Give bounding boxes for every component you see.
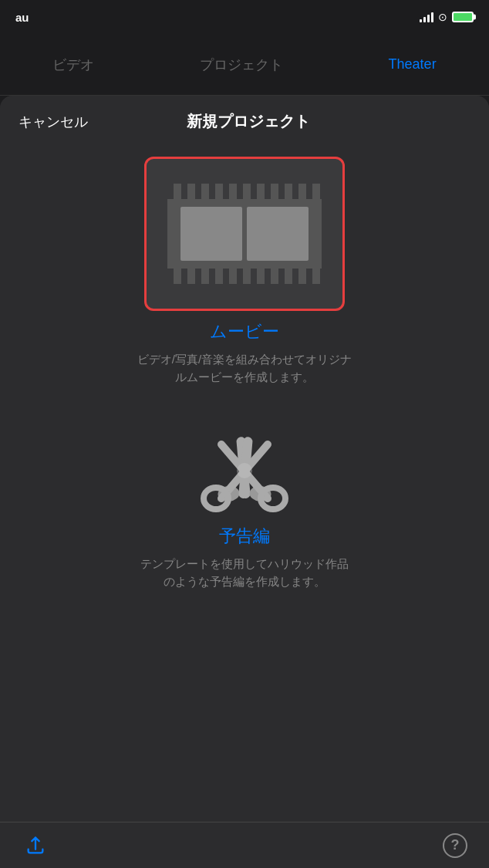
bottom-bar: ? [0,822,489,868]
export-icon [25,835,46,856]
status-right: ⊙ [420,11,474,23]
movie-description: ビデオ/写真/音楽を組み合わせてオリジナルムービーを作成します。 [137,351,352,386]
film-frame-left [180,207,242,261]
trailer-option[interactable]: 予告編 テンプレートを使用してハリウッド作品のような予告編を作成します。 [0,398,489,606]
status-bar: au ⊙ [0,0,489,34]
wifi-icon: ⊙ [438,11,447,23]
tab-video[interactable]: ビデオ [37,48,110,82]
trailer-description: テンプレートを使用してハリウッド作品のような予告編を作成します。 [137,556,352,590]
modal-title: 新規プロジェクト [187,111,310,132]
movie-card[interactable] [144,157,345,311]
tab-bar: ビデオ プロジェクト Theater [0,34,489,96]
signal-icon [420,12,433,22]
tab-theater[interactable]: Theater [373,49,452,80]
movie-option[interactable]: ムービー ビデオ/写真/音楽を組み合わせてオリジナルムービーを作成します。 [0,144,489,398]
film-frame-right [247,207,309,261]
carrier-label: au [15,11,29,24]
movie-label[interactable]: ムービー [210,320,279,343]
svg-point-8 [237,463,252,478]
battery-icon [452,12,474,22]
cancel-button[interactable]: キャンセル [19,113,88,131]
trailer-label[interactable]: 予告編 [219,525,270,548]
film-strip-icon [167,184,322,284]
tab-projects[interactable]: プロジェクト [184,48,298,82]
help-button[interactable]: ? [443,833,467,858]
film-frames [180,207,309,261]
scissors-icon [194,421,295,522]
export-button[interactable] [22,832,49,860]
new-project-modal: キャンセル 新規プロジェクト ムービー ビデオ/写真/音楽を組み合わせてオリジナ… [0,96,489,822]
status-left: au [15,11,29,24]
modal-header: キャンセル 新規プロジェクト [0,96,489,144]
